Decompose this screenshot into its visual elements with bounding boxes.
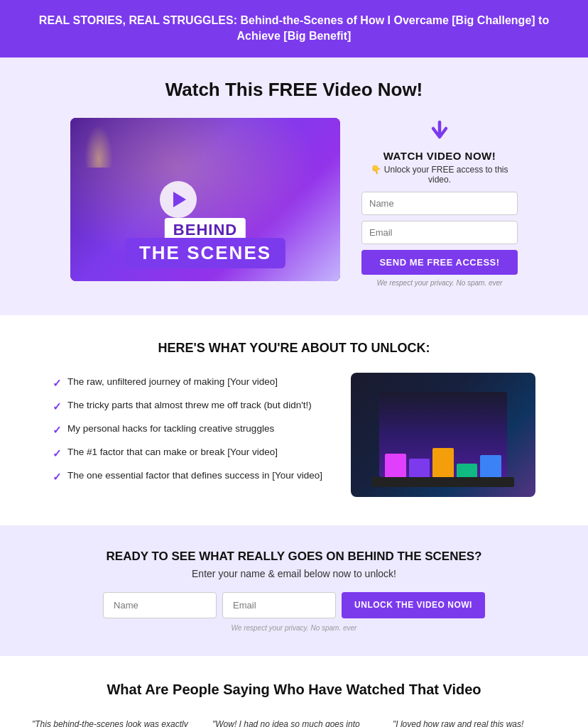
unlock-subtitle: 👇 Unlock your FREE access to this video. xyxy=(361,165,518,185)
play-icon xyxy=(173,192,186,207)
checklist-item-text: The tricky parts that almost threw me of… xyxy=(67,400,312,410)
hero-section: Watch This FREE Video Now! BEHIND THE SC… xyxy=(0,58,588,315)
cta-unlock-button[interactable]: UNLOCK THE VIdEo NowI xyxy=(342,592,485,618)
check-icon: ✓ xyxy=(53,424,62,437)
hero-title: Watch This FREE Video Now! xyxy=(14,79,574,101)
checklist-item-text: The raw, unfiltered journey of making [Y… xyxy=(67,376,278,387)
laptop-screen xyxy=(379,392,507,477)
laptop-keyboard xyxy=(372,477,514,487)
checklist: ✓The raw, unfiltered journey of making [… xyxy=(53,376,322,493)
testimonials-section: What Are People Saying Who Have Watched … xyxy=(0,656,588,727)
testimonial-card: "Wow! I had no idea so much goes into cr… xyxy=(212,718,376,727)
hero-email-input[interactable] xyxy=(361,221,518,244)
list-item: ✓The tricky parts that almost threw me o… xyxy=(53,400,322,413)
testimonials-title: What Are People Saying Who Have Watched … xyxy=(14,682,574,698)
chevron-down-icon xyxy=(427,118,452,143)
hero-name-input[interactable] xyxy=(361,192,518,215)
check-icon: ✓ xyxy=(53,400,62,413)
header-banner-text: REAL STORIES, REAL STRUGGLES: Behind-the… xyxy=(39,14,549,42)
checklist-item-text: The #1 factor that can make or break [Yo… xyxy=(67,447,278,457)
cta-subtitle: Enter your name & email below now to unl… xyxy=(14,568,574,579)
check-icon: ✓ xyxy=(53,471,62,483)
arrow-down-icon xyxy=(361,118,518,146)
cta-title: READY TO SEE WHAT REALLY GOES ON BEHIND … xyxy=(14,550,574,564)
unlock-section: HERE'S WHAT YOU'RE ABOUT TO UNLOCK: ✓The… xyxy=(0,315,588,525)
checklist-item-text: The one essential factor that defines su… xyxy=(67,470,322,481)
check-icon: ✓ xyxy=(53,377,62,390)
cta-name-input[interactable] xyxy=(103,592,217,618)
testimonial-card: "I loved how raw and real this was! Watc… xyxy=(393,718,556,727)
video-light-effect xyxy=(85,125,113,168)
cta-section: READY TO SEE WHAT REALLY GOES ON BEHIND … xyxy=(0,525,588,656)
hero-privacy-note: We respect your privacy. No spam. ever xyxy=(361,279,518,287)
list-item: ✓The one essential factor that defines s… xyxy=(53,470,322,483)
header-banner: REAL STORIES, REAL STRUGGLES: Behind-the… xyxy=(0,0,588,58)
list-item: ✓The raw, unfiltered journey of making [… xyxy=(53,376,322,390)
screen-content xyxy=(379,392,507,477)
cta-email-input[interactable] xyxy=(222,592,336,618)
testimonial-quote: "Wow! I had no idea so much goes into cr… xyxy=(212,718,376,727)
unlock-content: ✓The raw, unfiltered journey of making [… xyxy=(17,373,571,497)
checklist-item-text: My personal hacks for tackling creative … xyxy=(67,423,274,434)
laptop-image xyxy=(351,373,535,497)
check-icon: ✓ xyxy=(53,447,62,460)
testimonial-card: "This behind-the-scenes look was exactly… xyxy=(32,718,195,727)
cta-form: UNLOCK THE VIdEo NowI xyxy=(14,592,574,618)
play-button[interactable] xyxy=(160,181,197,218)
testimonials-grid: "This behind-the-scenes look was exactly… xyxy=(17,718,571,727)
hero-content: BEHIND THE SCENES WATCH VIDEO NOW! 👇 Unl… xyxy=(17,118,571,287)
video-thumbnail[interactable]: BEHIND THE SCENES xyxy=(70,118,340,281)
list-item: ✓The #1 factor that can make or break [Y… xyxy=(53,447,322,460)
unlock-section-title: HERE'S WHAT YOU'RE ABOUT TO UNLOCK: xyxy=(14,341,574,356)
testimonial-quote: "I loved how raw and real this was! Watc… xyxy=(393,718,556,727)
hero-send-button[interactable]: SEND ME FREE ACCESS! xyxy=(361,250,518,275)
testimonial-quote: "This behind-the-scenes look was exactly… xyxy=(32,718,195,727)
cta-privacy-note: We respect your privacy. No spam. ever xyxy=(14,624,574,632)
video-text-scenes: THE SCENES xyxy=(125,238,285,268)
list-item: ✓My personal hacks for tackling creative… xyxy=(53,423,322,437)
watch-video-label: WATCH VIDEO NOW! xyxy=(361,150,518,162)
hero-form-side: WATCH VIDEO NOW! 👇 Unlock your FREE acce… xyxy=(361,118,518,287)
